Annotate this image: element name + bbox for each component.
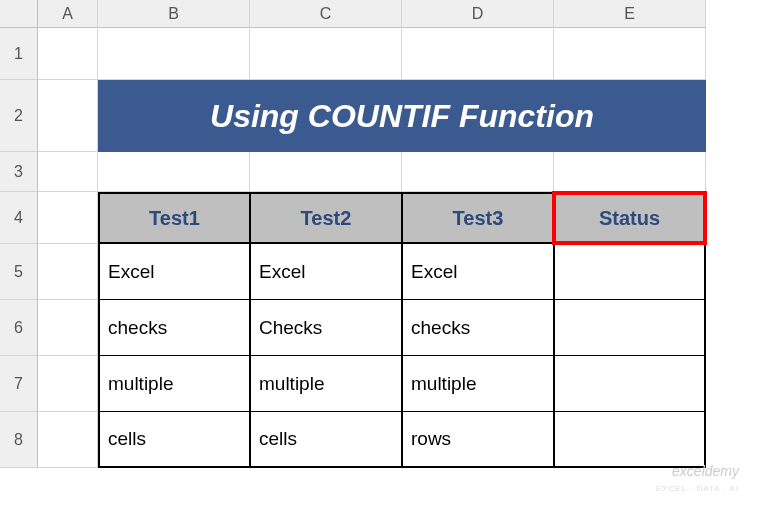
header-test2[interactable]: Test2 — [250, 192, 402, 244]
col-header-c[interactable]: C — [250, 0, 402, 28]
header-test3[interactable]: Test3 — [402, 192, 554, 244]
cell-b1[interactable] — [98, 28, 250, 80]
cell-a2[interactable] — [38, 80, 98, 152]
cell-d6[interactable]: checks — [402, 300, 554, 356]
col-header-a[interactable]: A — [38, 0, 98, 28]
row-header-1[interactable]: 1 — [0, 28, 38, 80]
cell-b7[interactable]: multiple — [98, 356, 250, 412]
col-header-d[interactable]: D — [402, 0, 554, 28]
cell-c7[interactable]: multiple — [250, 356, 402, 412]
cell-a7[interactable] — [38, 356, 98, 412]
row-header-6[interactable]: 6 — [0, 300, 38, 356]
cell-b3[interactable] — [98, 152, 250, 192]
cell-e8[interactable] — [554, 412, 706, 468]
watermark: exceldemy — [672, 463, 739, 479]
cell-d3[interactable] — [402, 152, 554, 192]
cell-e1[interactable] — [554, 28, 706, 80]
cell-b6[interactable]: checks — [98, 300, 250, 356]
cell-a3[interactable] — [38, 152, 98, 192]
cell-c6[interactable]: Checks — [250, 300, 402, 356]
cell-d7[interactable]: multiple — [402, 356, 554, 412]
row-header-5[interactable]: 5 — [0, 244, 38, 300]
cell-d1[interactable] — [402, 28, 554, 80]
cell-a5[interactable] — [38, 244, 98, 300]
spreadsheet-grid: A B C D E 1 2 Using COUNTIF Function 3 4… — [0, 0, 767, 468]
cell-c5[interactable]: Excel — [250, 244, 402, 300]
cell-d8[interactable]: rows — [402, 412, 554, 468]
cell-e7[interactable] — [554, 356, 706, 412]
cell-e5[interactable] — [554, 244, 706, 300]
row-header-2[interactable]: 2 — [0, 80, 38, 152]
row-header-3[interactable]: 3 — [0, 152, 38, 192]
col-header-b[interactable]: B — [98, 0, 250, 28]
watermark-subtitle: EXCEL · DATA · AI — [656, 484, 739, 493]
cell-e3[interactable] — [554, 152, 706, 192]
cell-a1[interactable] — [38, 28, 98, 80]
row-header-8[interactable]: 8 — [0, 412, 38, 468]
cell-a6[interactable] — [38, 300, 98, 356]
cell-d5[interactable]: Excel — [402, 244, 554, 300]
cell-e6[interactable] — [554, 300, 706, 356]
header-status-label: Status — [599, 207, 660, 230]
corner-cell[interactable] — [0, 0, 38, 28]
cell-b5[interactable]: Excel — [98, 244, 250, 300]
row-header-7[interactable]: 7 — [0, 356, 38, 412]
cell-b8[interactable]: cells — [98, 412, 250, 468]
header-status[interactable]: Status — [554, 192, 706, 244]
header-test1[interactable]: Test1 — [98, 192, 250, 244]
cell-a4[interactable] — [38, 192, 98, 244]
row-header-4[interactable]: 4 — [0, 192, 38, 244]
cell-c1[interactable] — [250, 28, 402, 80]
col-header-e[interactable]: E — [554, 0, 706, 28]
title-merged-cell[interactable]: Using COUNTIF Function — [98, 80, 706, 152]
cell-a8[interactable] — [38, 412, 98, 468]
cell-c3[interactable] — [250, 152, 402, 192]
cell-c8[interactable]: cells — [250, 412, 402, 468]
